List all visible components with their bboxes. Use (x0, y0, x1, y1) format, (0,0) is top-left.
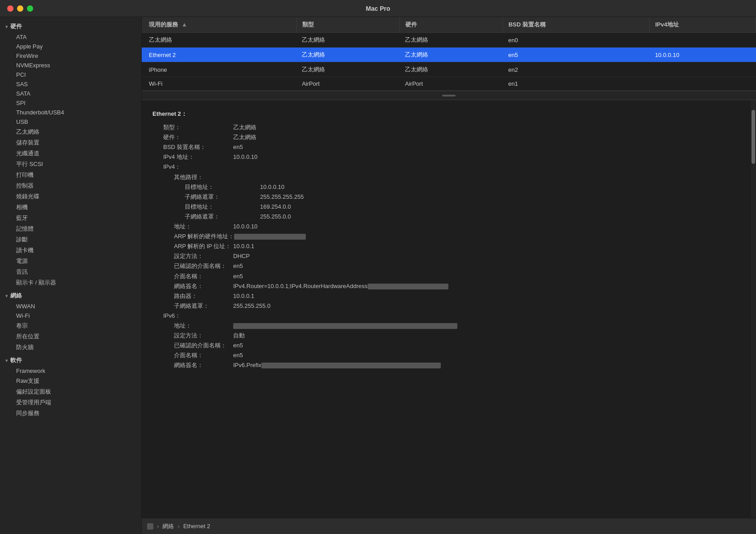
sidebar-item-ata[interactable]: ATA (0, 32, 141, 42)
detail-row-ipv6-netsig: 網絡簽名： IPv6.Prefix (152, 360, 740, 370)
sidebar-item-firewire[interactable]: FireWire (0, 51, 141, 61)
sidebar[interactable]: ▾ 硬件 ATA Apple Pay FireWire NVMExpress P… (0, 17, 142, 534)
sidebar-item-display[interactable]: 顯示卡 / 顯示器 (0, 277, 141, 288)
sidebar-item-sata[interactable]: SATA (0, 89, 141, 98)
detail-row-router: 路由器： 10.0.0.1 (152, 291, 740, 301)
detail-value-router: 10.0.0.1 (233, 291, 254, 301)
sidebar-item-printer[interactable]: 打印機 (0, 170, 141, 180)
sidebar-item-diagnostics[interactable]: 診斷 (0, 234, 141, 245)
cell-service: Wi-Fi (142, 77, 296, 91)
sidebar-item-nvmexpress[interactable]: NVMExpress (0, 61, 141, 70)
detail-label-ipv6-confirmed: 已確認的介面名稱： (152, 341, 233, 350)
sidebar-item-spi[interactable]: SPI (0, 98, 141, 108)
sidebar-item-wifi[interactable]: Wi-Fi (0, 311, 141, 320)
detail-label-bsd: BSD 裝置名稱： (152, 142, 233, 152)
chevron-down-icon-network: ▾ (5, 293, 8, 298)
detail-value-confirmed-iface: en5 (233, 261, 243, 271)
content-area: 現用的服務 ▲ 類型 硬件 BSD 裝置名稱 IPv4地址 乙太網絡 乙太網絡 … (142, 17, 756, 534)
detail-row-subnet2: 子網絡遮罩： 255.255.0.0 (152, 212, 740, 222)
sidebar-item-wwan[interactable]: WWAN (0, 302, 141, 311)
chevron-down-icon: ▾ (5, 24, 8, 29)
sidebar-item-cardreader[interactable]: 讀卡機 (0, 245, 141, 256)
detail-value-config: DHCP (233, 251, 250, 261)
sidebar-item-burner[interactable]: 燒錄光碟 (0, 191, 141, 202)
sidebar-item-audio[interactable]: 音訊 (0, 267, 141, 277)
maximize-button[interactable] (27, 5, 33, 12)
breadcrumb-separator-2: › (178, 523, 179, 530)
sidebar-item-camera[interactable]: 相機 (0, 202, 141, 213)
minimize-button[interactable] (17, 5, 23, 12)
sidebar-item-location[interactable]: 所在位置 (0, 331, 141, 342)
detail-row-arp-hw: ARP 解析的硬件地址： (152, 232, 740, 241)
col-header-ipv4[interactable]: IPv4地址 (650, 17, 756, 33)
sidebar-item-managed[interactable]: 受管理用戶端 (0, 397, 141, 408)
sidebar-item-scsi[interactable]: 平行 SCSI (0, 159, 141, 170)
sidebar-section-header-software[interactable]: ▾ 軟件 (0, 355, 141, 366)
detail-row-hardware: 硬件： 乙太網絡 (152, 132, 740, 142)
sidebar-item-memory[interactable]: 記憶體 (0, 223, 141, 234)
col-header-type[interactable]: 類型 (296, 17, 400, 33)
blurred-ipv6-netsig (261, 363, 441, 368)
detail-row-ipv6-address: 地址： (152, 321, 740, 331)
detail-row-ipv6-section: IPv6： (152, 311, 740, 321)
detail-label-address: 地址： (152, 222, 233, 232)
col-header-hardware[interactable]: 硬件 (400, 17, 503, 33)
sidebar-item-bluetooth[interactable]: 藍牙 (0, 213, 141, 223)
sidebar-item-ethernet-hw[interactable]: 乙太網絡 (0, 127, 141, 137)
sidebar-item-firewall[interactable]: 防火牆 (0, 342, 141, 353)
detail-value-ipv6-confirmed: en5 (233, 341, 243, 350)
sidebar-item-volume[interactable]: 卷宗 (0, 320, 141, 331)
detail-value-hardware: 乙太網絡 (233, 132, 256, 142)
sidebar-section-network: ▾ 網絡 WWAN Wi-Fi 卷宗 所在位置 防火牆 (0, 290, 141, 353)
sidebar-item-pci[interactable]: PCI (0, 70, 141, 79)
scrollbar-thumb[interactable] (752, 110, 755, 164)
sidebar-item-fiber[interactable]: 光纖通道 (0, 148, 141, 159)
detail-label-ipv6-iface: 介面名稱： (152, 350, 233, 360)
window-title: Mac Pro (366, 5, 390, 12)
sidebar-item-usb[interactable]: USB (0, 117, 141, 127)
sidebar-item-power[interactable]: 電源 (0, 256, 141, 267)
detail-label-target1: 目標地址： (152, 182, 260, 192)
table-row[interactable]: 乙太網絡 乙太網絡 乙太網絡 en0 (142, 33, 756, 48)
titlebar: Mac Pro (0, 0, 756, 17)
sidebar-item-framework[interactable]: Framework (0, 366, 141, 376)
close-button[interactable] (7, 5, 13, 12)
sort-arrow-icon: ▲ (182, 21, 187, 28)
window-controls (7, 5, 33, 12)
sidebar-section-header-hardware[interactable]: ▾ 硬件 (0, 21, 141, 32)
detail-value-address: 10.0.0.10 (233, 222, 257, 232)
detail-row-target1: 目標地址： 10.0.0.10 (152, 182, 740, 192)
cell-type: 乙太網絡 (296, 62, 400, 77)
sidebar-item-storage[interactable]: 儲存裝置 (0, 137, 141, 148)
sidebar-item-sas[interactable]: SAS (0, 79, 141, 89)
sidebar-item-preferences[interactable]: 偏好設定面板 (0, 386, 141, 397)
sidebar-item-applepay[interactable]: Apple Pay (0, 42, 141, 51)
cell-ipv4 (650, 77, 756, 91)
vertical-scrollbar[interactable] (751, 100, 756, 518)
blurred-ipv6-addr (233, 323, 457, 329)
breadcrumb-network[interactable]: 網絡 (162, 522, 174, 530)
detail-label-ipv4addr: IPv4 地址： (152, 152, 233, 162)
detail-label-target2: 目標地址： (152, 202, 260, 212)
table-header-row: 現用的服務 ▲ 類型 硬件 BSD 裝置名稱 IPv4地址 (142, 17, 756, 33)
services-table-area: 現用的服務 ▲ 類型 硬件 BSD 裝置名稱 IPv4地址 乙太網絡 乙太網絡 … (142, 17, 756, 91)
scroll-handle (442, 95, 456, 96)
sidebar-item-raw[interactable]: Raw支援 (0, 376, 141, 386)
table-row-selected[interactable]: Ethernet 2 乙太網絡 乙太網絡 en5 10.0.0.10 (142, 48, 756, 62)
col-header-bsd[interactable]: BSD 裝置名稱 (503, 17, 649, 33)
detail-area[interactable]: Ethernet 2： 類型： 乙太網絡 硬件： 乙太網絡 BSD 裝置名稱： … (142, 100, 751, 518)
detail-label-config: 設定方法： (152, 251, 233, 261)
sidebar-item-controller[interactable]: 控制器 (0, 180, 141, 191)
table-row[interactable]: Wi-Fi AirPort AirPort en1 (142, 77, 756, 91)
sidebar-section-label-hardware: 硬件 (10, 22, 22, 31)
detail-value-subnetmask: 255.255.255.0 (233, 301, 270, 311)
sidebar-item-sync[interactable]: 同步服務 (0, 408, 141, 419)
detail-label-ipv4-section: IPv4： (152, 162, 233, 172)
resize-divider[interactable] (142, 91, 756, 100)
detail-row-subnet1: 子網絡遮罩： 255.255.255.255 (152, 192, 740, 202)
col-header-service[interactable]: 現用的服務 ▲ (142, 17, 296, 33)
sidebar-item-thunderbolt[interactable]: Thunderbolt/USB4 (0, 108, 141, 117)
blurred-netsig (368, 284, 448, 289)
sidebar-section-header-network[interactable]: ▾ 網絡 (0, 290, 141, 302)
table-row[interactable]: iPhone 乙太網絡 乙太網絡 en2 (142, 62, 756, 77)
